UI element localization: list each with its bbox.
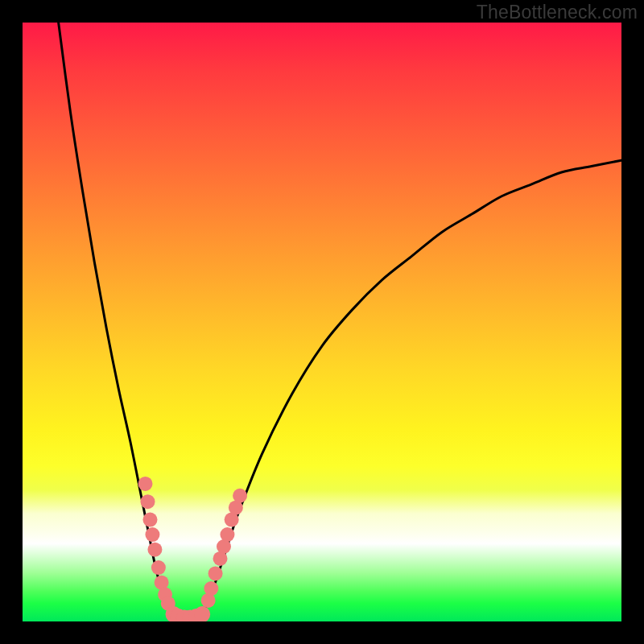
data-marker — [233, 489, 247, 503]
data-marker — [220, 527, 234, 542]
bottleneck-curve — [59, 23, 621, 621]
data-marker — [151, 560, 166, 575]
data-marker — [194, 606, 210, 621]
watermark-text: TheBottleneck.com — [477, 2, 638, 23]
data-marker — [138, 477, 153, 491]
data-marker — [142, 513, 157, 527]
plot-area — [23, 23, 621, 621]
data-marker — [140, 494, 155, 509]
data-marker — [204, 581, 218, 596]
data-marker — [147, 543, 162, 557]
line-layer — [59, 23, 621, 621]
data-marker — [145, 527, 159, 542]
chart-svg — [23, 23, 621, 621]
marker-layer — [138, 477, 248, 621]
data-marker — [208, 566, 223, 580]
chart-frame: TheBottleneck.com — [0, 0, 644, 644]
